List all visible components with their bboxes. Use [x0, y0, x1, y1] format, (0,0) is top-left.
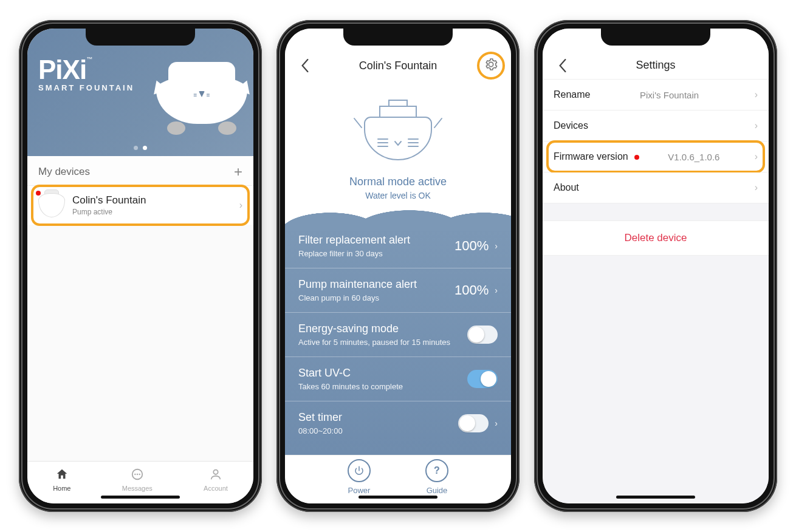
- notch: [601, 29, 710, 46]
- row-about[interactable]: About ›: [543, 172, 769, 203]
- row-title: Energy-saving mode: [298, 322, 450, 335]
- page-title: Colin's Fountain: [315, 60, 481, 72]
- home-indicator[interactable]: [616, 496, 695, 499]
- timer-toggle[interactable]: [458, 414, 489, 432]
- logo-tm: ™: [86, 56, 92, 63]
- row-devices[interactable]: Devices ›: [543, 111, 769, 142]
- row-rename[interactable]: Rename Pixi's Fountain ›: [543, 80, 769, 111]
- screen-home: PiXi™ SMART FOUNTAIN ≡ ≡ My devices: [27, 29, 253, 503]
- chevron-right-icon: ›: [239, 200, 242, 211]
- energy-toggle[interactable]: [467, 326, 498, 344]
- water-text: Water level is OK: [285, 191, 511, 200]
- home-indicator[interactable]: [101, 496, 180, 499]
- row-title: Start UV-C: [298, 367, 403, 380]
- page-title: Settings: [573, 59, 738, 72]
- svg-point-3: [139, 473, 140, 474]
- device-name: Colin's Fountain: [72, 194, 146, 206]
- tab-home[interactable]: Home: [53, 468, 70, 492]
- home-icon: [55, 468, 69, 482]
- back-button[interactable]: [552, 55, 573, 76]
- home-indicator[interactable]: [359, 496, 437, 499]
- messages-icon: [131, 468, 144, 482]
- row-energy-mode: Energy-saving mode Active for 5 minutes,…: [285, 312, 511, 356]
- delete-device-button[interactable]: Delete device: [543, 220, 769, 256]
- row-sub: Takes 60 minutes to complete: [298, 382, 403, 391]
- guide-label: Guide: [427, 486, 448, 495]
- section-title-label: My devices: [38, 166, 90, 178]
- row-title: Pump maintenance alert: [298, 278, 417, 291]
- chevron-right-icon: ›: [495, 285, 498, 295]
- empty-body: [27, 225, 253, 461]
- row-title: Filter replacement alert: [298, 234, 410, 247]
- alert-dot-icon: [634, 155, 639, 160]
- row-label: Rename: [554, 89, 590, 100]
- tab-messages-label: Messages: [122, 485, 153, 492]
- notch: [343, 29, 453, 46]
- logo-main: PiXi: [38, 55, 86, 84]
- row-timer[interactable]: Set timer 08:00~20:00 ›: [285, 401, 511, 445]
- phone-1: PiXi™ SMART FOUNTAIN ≡ ≡ My devices: [19, 20, 262, 512]
- row-sub: Clean pump in 60 days: [298, 293, 417, 302]
- row-title: Set timer: [298, 411, 343, 424]
- row-value: 100%: [455, 238, 489, 254]
- chevron-right-icon: ›: [755, 120, 758, 131]
- notch: [86, 29, 195, 46]
- section-my-devices: My devices +: [27, 156, 253, 185]
- svg-point-2: [137, 473, 138, 474]
- svg-text:?: ?: [434, 465, 440, 476]
- settings-button[interactable]: [481, 55, 501, 76]
- tab-account-label: Account: [204, 485, 228, 492]
- chevron-right-icon: ›: [495, 241, 498, 251]
- uvc-toggle[interactable]: [467, 370, 498, 388]
- row-value: V1.0.6_1.0.6: [668, 152, 719, 162]
- mode-text: Normal mode active: [285, 176, 511, 188]
- tab-account[interactable]: Account: [204, 468, 228, 492]
- row-label: About: [554, 182, 579, 193]
- svg-point-4: [213, 469, 218, 474]
- row-pump-alert[interactable]: Pump maintenance alert Clean pump in 60 …: [285, 268, 511, 312]
- device-status-hero: Normal mode active Water level is OK: [285, 80, 511, 205]
- phone-2: Colin's Fountain Norm: [276, 20, 520, 512]
- alert-dot-icon: [36, 191, 41, 196]
- tab-home-label: Home: [53, 485, 70, 492]
- device-status: Pump active: [72, 208, 146, 216]
- chevron-right-icon: ›: [755, 151, 758, 162]
- svg-point-1: [134, 473, 136, 474]
- logo-sub: SMART FOUNTAIN: [38, 83, 134, 92]
- carousel-dots[interactable]: [134, 146, 147, 150]
- chevron-right-icon: ›: [755, 89, 758, 100]
- nav-spacer: [738, 55, 759, 76]
- guide-icon: ?: [425, 459, 448, 482]
- account-icon: [209, 468, 222, 482]
- dot-1[interactable]: [134, 146, 138, 150]
- row-value: 100%: [455, 282, 489, 298]
- row-uvc: Start UV-C Takes 60 minutes to complete: [285, 356, 511, 401]
- device-thumb: [38, 193, 65, 217]
- fountain-hero-image: ≡ ≡: [156, 62, 247, 129]
- screen-settings: Settings Rename Pixi's Fountain › Device…: [543, 29, 769, 503]
- row-firmware[interactable]: Firmware version V1.0.6_1.0.6 ›: [543, 142, 769, 172]
- device-row-colins-fountain[interactable]: Colin's Fountain Pump active ›: [27, 185, 253, 225]
- settings-body: Rename Pixi's Fountain › Devices › Firmw…: [543, 80, 769, 503]
- chevron-right-icon: ›: [755, 182, 758, 193]
- guide-button[interactable]: ? Guide: [425, 459, 448, 495]
- row-sub: 08:00~20:00: [298, 426, 343, 435]
- hero-banner[interactable]: PiXi™ SMART FOUNTAIN ≡ ≡: [27, 29, 253, 156]
- wave-decoration: [285, 206, 511, 231]
- row-sub: Active for 5 minutes, paused for 15 minu…: [298, 338, 450, 347]
- row-label: Devices: [554, 120, 588, 131]
- dot-2[interactable]: [143, 146, 147, 150]
- gear-icon: [484, 58, 498, 73]
- back-button[interactable]: [295, 55, 315, 76]
- add-device-button[interactable]: +: [234, 165, 242, 179]
- settings-list: Filter replacement alert Replace filter …: [285, 223, 511, 455]
- phone-3: Settings Rename Pixi's Fountain › Device…: [534, 20, 777, 512]
- power-button[interactable]: Power: [348, 459, 371, 495]
- fountain-outline-icon: [352, 94, 444, 167]
- chevron-right-icon: ›: [495, 418, 498, 428]
- row-value: Pixi's Fountain: [640, 90, 699, 100]
- power-icon: [348, 459, 371, 482]
- power-label: Power: [348, 486, 371, 495]
- tab-messages[interactable]: Messages: [122, 468, 153, 492]
- row-label: Firmware version: [554, 151, 628, 162]
